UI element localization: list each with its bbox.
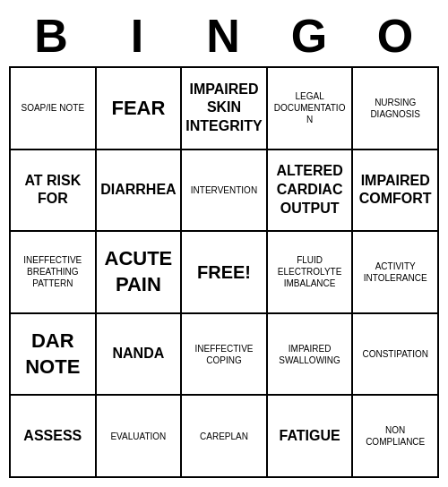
bingo-grid: SOAP/IE NOTEFEARIMPAIRED SKIN INTEGRITYL…	[9, 66, 439, 478]
cell-text: IMPAIRED SKIN INTEGRITY	[185, 81, 263, 136]
cell-3-3: IMPAIRED SWALLOWING	[268, 314, 354, 397]
bingo-letter: N	[185, 9, 263, 63]
cell-0-4: NURSING DIAGNOSIS	[353, 68, 439, 150]
cell-text: IMPAIRED SWALLOWING	[271, 343, 349, 366]
cell-1-2: INTERVENTION	[182, 150, 268, 233]
cell-text: ASSESS	[23, 427, 82, 446]
bingo-letter: I	[99, 9, 177, 63]
cell-text: AT RISK FOR	[14, 172, 91, 209]
cell-text: CONSTIPATION	[362, 348, 428, 360]
cell-1-0: AT RISK FOR	[11, 150, 97, 233]
bingo-letter: G	[271, 9, 349, 63]
cell-2-4: ACTIVITY INTOLERANCE	[353, 232, 439, 314]
cell-text: ALTERED CARDIAC OUTPUT	[271, 162, 349, 218]
cell-0-3: LEGAL DOCUMENTATION	[268, 68, 354, 150]
bingo-letter: O	[357, 9, 435, 63]
cell-4-2: CAREPLAN	[182, 396, 268, 478]
cell-text: DIARRHEA	[100, 181, 176, 200]
cell-text: FLUID ELECTROLYTE IMBALANCE	[271, 254, 349, 289]
cell-4-0: ASSESS	[11, 396, 97, 478]
cell-4-4: NON COMPLIANCE	[353, 396, 439, 478]
cell-2-0: INEFFECTIVE BREATHING PATTERN	[11, 232, 97, 314]
cell-2-3: FLUID ELECTROLYTE IMBALANCE	[268, 232, 354, 314]
cell-text: FREE!	[197, 261, 251, 284]
cell-1-1: DIARRHEA	[97, 150, 183, 233]
cell-text: NANDA	[113, 345, 165, 363]
cell-text: CAREPLAN	[200, 431, 248, 442]
bingo-title: BINGO	[9, 9, 439, 63]
cell-text: NON COMPLIANCE	[357, 424, 434, 448]
cell-0-0: SOAP/IE NOTE	[11, 68, 97, 150]
cell-text: INTERVENTION	[191, 184, 257, 196]
cell-3-0: DAR NOTE	[11, 314, 97, 397]
cell-text: DAR NOTE	[14, 329, 91, 380]
cell-0-1: FEAR	[97, 68, 183, 150]
cell-text: EVALUATION	[110, 431, 166, 442]
bingo-letter: B	[13, 9, 91, 63]
cell-0-2: IMPAIRED SKIN INTEGRITY	[182, 68, 268, 150]
cell-text: FATIGUE	[280, 427, 340, 446]
cell-2-1: ACUTE PAIN	[97, 232, 183, 314]
cell-text: ACTIVITY INTOLERANCE	[357, 261, 434, 284]
cell-3-4: CONSTIPATION	[353, 314, 439, 397]
cell-text: INEFFECTIVE BREATHING PATTERN	[14, 254, 91, 289]
cell-2-2: FREE!	[182, 232, 268, 314]
cell-text: INEFFECTIVE COPING	[185, 343, 263, 366]
cell-text: SOAP/IE NOTE	[22, 102, 85, 114]
cell-text: FEAR	[111, 96, 165, 122]
cell-1-4: IMPAIRED COMFORT	[353, 150, 439, 233]
cell-4-1: EVALUATION	[97, 396, 183, 478]
cell-text: LEGAL DOCUMENTATION	[271, 90, 349, 125]
cell-3-2: INEFFECTIVE COPING	[182, 314, 268, 397]
cell-4-3: FATIGUE	[268, 396, 354, 478]
cell-text: NURSING DIAGNOSIS	[357, 97, 434, 120]
cell-text: IMPAIRED COMFORT	[357, 172, 434, 209]
cell-3-1: NANDA	[97, 314, 183, 397]
cell-text: ACUTE PAIN	[100, 246, 177, 297]
cell-1-3: ALTERED CARDIAC OUTPUT	[268, 150, 354, 233]
